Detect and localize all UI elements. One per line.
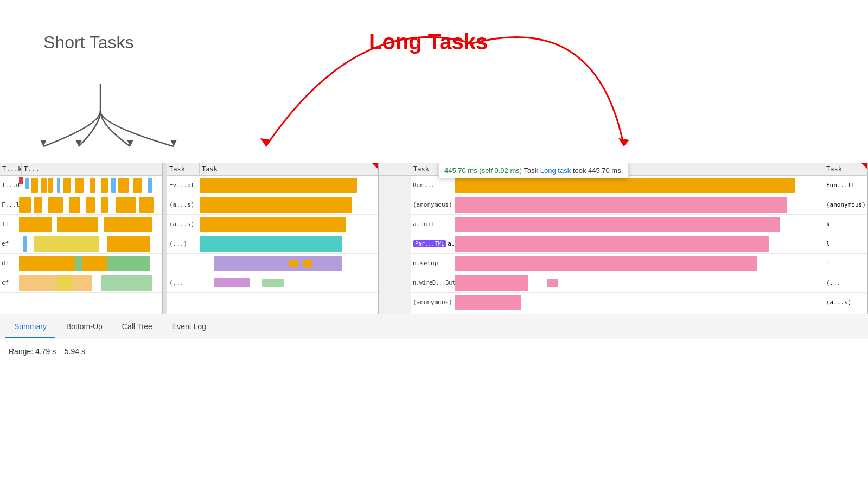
tab-summary[interactable]: Summary — [5, 316, 55, 338]
row-label: (anonymous) — [411, 201, 455, 208]
table-row: (...) — [167, 234, 378, 254]
table-row: (anonymous) (a...s) — [411, 293, 867, 312]
right-rows: Run... Fun...ll (anonymous) (anonymous) … — [411, 176, 867, 314]
col-header-task-mid: Task — [167, 163, 200, 176]
row-label: n.wireD...Buttons — [411, 280, 455, 286]
row-bars — [455, 195, 824, 214]
tabs-bar: Summary Bottom-Up Call Tree Event Log — [0, 314, 868, 339]
row-bars — [16, 273, 162, 292]
row-bars — [200, 273, 378, 292]
row-bars — [455, 215, 824, 234]
table-row: T...d — [0, 176, 162, 195]
section-mid: Task Task Ev...pt (a...s) (a.. — [167, 163, 379, 314]
tooltip-link[interactable]: Long task — [540, 166, 571, 175]
range-bar: Range: 4.79 s – 5.94 s — [0, 339, 868, 363]
row-label: n.setup — [411, 260, 455, 267]
row-bars — [455, 293, 824, 312]
red-triangle-right — [861, 163, 867, 169]
col-header-task-mid2: Task — [200, 163, 378, 176]
row-bars — [200, 176, 378, 195]
parse-badge: Par...TML — [413, 240, 446, 247]
range-label: Range: 4.79 s – 5.94 s — [9, 347, 85, 356]
short-task-rows: T...d — [0, 176, 162, 314]
profiler-panel: T...k T... T...d — [0, 163, 868, 363]
row-bars — [200, 234, 378, 253]
tab-call-tree[interactable]: Call Tree — [113, 316, 161, 338]
table-row: Run... Fun...ll — [411, 176, 867, 195]
row-label: df — [0, 260, 16, 267]
short-tasks-label: Short Tasks — [43, 33, 134, 53]
right-col-label: k — [824, 221, 867, 228]
row-label: (a...s) — [167, 201, 200, 208]
table-row: (a...s) — [167, 195, 378, 215]
timeline-area: T...k T... T...d — [0, 163, 868, 314]
table-row: df — [0, 254, 162, 273]
table-row: Ev...pt — [167, 176, 378, 195]
table-row: (... — [167, 273, 378, 293]
tooltip-box: 445.70 ms (self 0.92 ms) Task Long task … — [438, 163, 629, 178]
table-row: ef — [0, 234, 162, 254]
right-col-label: i — [824, 260, 867, 267]
table-row: n.wireD...Buttons (... — [411, 273, 867, 293]
svg-marker-1 — [75, 140, 82, 146]
row-label: Par...TML a.setup — [411, 240, 455, 247]
section-gap — [379, 163, 411, 314]
row-bars — [200, 254, 378, 273]
row-bars — [16, 195, 162, 214]
table-row: F...l — [0, 195, 162, 215]
right-col-label: (anonymous) — [824, 201, 867, 208]
row-label: (... — [167, 279, 200, 286]
col-header-tk: T...k — [0, 163, 22, 176]
row-bars — [16, 215, 162, 234]
red-triangle-mid — [372, 163, 378, 169]
row-label: (a...s) — [167, 221, 200, 228]
tooltip-main: Task — [524, 166, 540, 175]
row-bars — [455, 254, 824, 273]
row-label: F...l — [0, 201, 16, 208]
table-row: n.setup i — [411, 254, 867, 273]
table-row: Par...TML a.setup l — [411, 234, 867, 254]
row-label: a.init — [411, 221, 455, 228]
tooltip-ms: 445.70 ms (self 0.92 ms) — [444, 166, 522, 175]
section-short: T...k T... T...d — [0, 163, 163, 314]
svg-marker-5 — [618, 138, 629, 146]
table-row: cf — [0, 273, 162, 293]
svg-marker-2 — [127, 140, 133, 146]
right-col-label: Fun...ll — [824, 182, 867, 189]
right-col-label: l — [824, 240, 867, 247]
tab-event-log[interactable]: Event Log — [163, 316, 215, 338]
tab-bottom-up[interactable]: Bottom-Up — [58, 316, 111, 338]
table-row: a.init k — [411, 215, 867, 234]
table-row: (a...s) — [167, 215, 378, 234]
table-row — [167, 254, 378, 273]
annotations-svg — [0, 0, 868, 163]
row-label: ff — [0, 221, 16, 228]
tooltip-suffix: took 445.70 ms. — [573, 166, 623, 175]
row-label: cf — [0, 279, 16, 286]
row-bars — [200, 215, 378, 234]
row-label: (anonymous) — [411, 299, 455, 306]
row-bars — [200, 195, 378, 214]
row-label: T...d — [0, 182, 16, 189]
col-header-t: T... — [22, 163, 162, 176]
long-tasks-label: Long Tasks — [369, 30, 488, 54]
table-row: (anonymous) (anonymous) — [411, 195, 867, 215]
row-label: ef — [0, 240, 16, 247]
right-col-label: (a...s) — [824, 299, 867, 306]
row-bars — [455, 176, 824, 195]
row-bars — [455, 234, 824, 253]
table-row: ff — [0, 215, 162, 234]
row-bars — [16, 176, 162, 195]
svg-marker-4 — [260, 138, 271, 146]
svg-marker-3 — [170, 140, 177, 146]
row-label: Run... — [411, 182, 455, 189]
right-col-label: (... — [824, 279, 867, 286]
row-bars — [16, 254, 162, 273]
row-bars — [455, 273, 824, 292]
row-label: (...) — [167, 240, 200, 247]
mid-rows: Ev...pt (a...s) (a...s) — [167, 176, 378, 314]
svg-marker-0 — [40, 140, 47, 146]
section-right: 445.70 ms (self 0.92 ms) Task Long task … — [411, 163, 868, 314]
row-label: Ev...pt — [167, 182, 200, 189]
row-bars — [16, 234, 162, 253]
